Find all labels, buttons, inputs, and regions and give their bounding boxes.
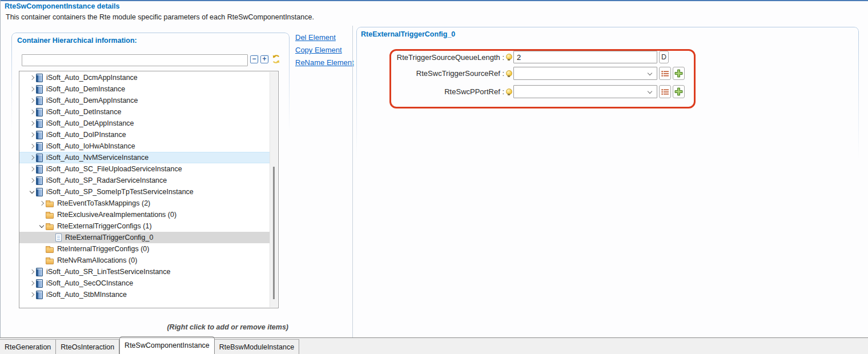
tree-item[interactable]: iSoft_Auto_DcmAppInstance <box>19 72 270 83</box>
container-group-title: Container Hierarchical information: <box>17 37 137 45</box>
element-action-links: Del ElementCopy ElementReName Element <box>295 33 354 67</box>
tree-item[interactable]: iSoft_Auto_SC_FileUploadServiceInstance <box>19 163 270 175</box>
chevron-right-icon[interactable] <box>28 72 36 83</box>
tree-item[interactable]: iSoft_Auto_DemAppInstance <box>19 95 270 106</box>
tree-item-label: iSoft_Auto_DetInstance <box>46 108 121 116</box>
folder-icon <box>46 213 54 219</box>
default-value-button[interactable]: D <box>659 51 669 63</box>
bulb-icon <box>506 53 512 61</box>
panel-divider <box>352 26 353 337</box>
right-click-hint: (Right click to add or remove items) <box>167 323 288 331</box>
component-icon <box>36 96 43 105</box>
list-icon <box>661 70 669 77</box>
expand-all-icon[interactable]: + <box>260 55 268 63</box>
chevron-down-icon[interactable] <box>38 220 46 232</box>
component-icon <box>36 154 43 162</box>
tree-item[interactable]: RteExclusiveAreaImplementations (0) <box>19 209 270 220</box>
chevron-right-icon[interactable] <box>28 266 36 277</box>
add-button[interactable] <box>673 67 685 80</box>
tree-item[interactable]: RteInternalTriggerConfigs (0) <box>19 243 270 255</box>
tree-scrollbar[interactable] <box>270 72 278 307</box>
tab-rteswcomponentinstance[interactable]: RteSwComponentInstance <box>119 336 215 354</box>
chevron-right-icon[interactable] <box>28 140 36 152</box>
collapse-all-icon[interactable]: − <box>250 55 258 63</box>
del-element-link[interactable]: Del Element <box>295 33 354 42</box>
chevron-placeholder <box>38 243 46 255</box>
field-label: RteSwcTriggerSourceRef : <box>394 69 504 78</box>
tree-item[interactable]: iSoft_Auto_NvMServiceInstance <box>19 152 270 163</box>
rteswctriggersourceref-row: RteSwcTriggerSourceRef : <box>394 67 685 80</box>
chevron-right-icon[interactable] <box>28 118 36 129</box>
tree-item-label: RteEventToTaskMappings (2) <box>57 199 150 207</box>
tree-item[interactable]: iSoft_Auto_DetInstance <box>19 106 270 118</box>
field-label: RteTriggerSourceQueueLength : <box>394 53 504 62</box>
tree: iSoft_Auto_DcmAppInstanceiSoft_Auto_DemI… <box>19 72 270 300</box>
chevron-right-icon[interactable] <box>28 95 36 106</box>
tree-item-label: iSoft_Auto_DcmAppInstance <box>46 74 138 82</box>
tree-item-label: RteExternalTriggerConfigs (1) <box>57 222 152 230</box>
chevron-right-icon[interactable] <box>28 152 36 163</box>
filter-input[interactable] <box>22 54 248 66</box>
tree-item-label: iSoft_Auto_DemInstance <box>46 85 125 93</box>
component-icon <box>36 165 43 174</box>
chevron-down-icon[interactable] <box>28 186 36 198</box>
tree-item-label: iSoft_Auto_StbMInstance <box>46 291 127 299</box>
tree-item[interactable]: RteExternalTriggerConfigs (1) <box>19 220 270 232</box>
rteswcpportref-dropdown[interactable] <box>513 85 657 98</box>
tree-item-label: RteInternalTriggerConfigs (0) <box>57 245 149 253</box>
tree-item-label: RteNvRamAllocations (0) <box>57 256 137 264</box>
tree-item-label: iSoft_Auto_SP_SomeIpTpTestServiceInstanc… <box>46 188 194 196</box>
chevron-down-icon <box>648 89 652 94</box>
tree-item[interactable]: RteEventToTaskMappings (2) <box>19 198 270 209</box>
component-icon <box>36 119 43 128</box>
rename-element-link[interactable]: ReName Element <box>295 58 354 67</box>
component-icon <box>36 279 43 288</box>
field-label: RteSwcPPortRef : <box>394 87 504 96</box>
add-button[interactable] <box>673 85 685 98</box>
chevron-right-icon[interactable] <box>28 106 36 118</box>
component-icon <box>36 85 43 94</box>
tree-item[interactable]: RteNvRamAllocations (0) <box>19 255 270 266</box>
chevron-right-icon[interactable] <box>28 163 36 175</box>
tree-item[interactable]: RteExternalTriggerConfig_0 <box>19 232 270 243</box>
tab-rteosinteraction[interactable]: RteOsInteraction <box>56 339 119 354</box>
folder-icon <box>46 247 54 253</box>
chevron-right-icon[interactable] <box>28 83 36 95</box>
rtetriggersourcequeuelength-input[interactable] <box>513 51 657 63</box>
page-description: This container containers the Rte module… <box>6 13 314 21</box>
component-icon <box>36 131 43 139</box>
bulb-icon <box>506 70 512 78</box>
chevron-right-icon[interactable] <box>28 277 36 289</box>
detail-panel-title: RteExternalTriggerConfig_0 <box>361 30 455 38</box>
scrollbar-thumb[interactable] <box>273 167 275 299</box>
tree-item[interactable]: iSoft_Auto_IoHwAbInstance <box>19 140 270 152</box>
list-button[interactable] <box>659 67 671 80</box>
page-title: RteSwComponentInstance details <box>5 2 119 10</box>
tree-item[interactable]: iSoft_Auto_DoIPInstance <box>19 129 270 140</box>
refresh-icon[interactable] <box>271 54 281 64</box>
tree-item[interactable]: iSoft_Auto_SecOCInstance <box>19 277 270 289</box>
component-icon <box>36 142 43 151</box>
chevron-right-icon[interactable] <box>28 175 36 186</box>
tree-item[interactable]: iSoft_Auto_DemInstance <box>19 83 270 95</box>
tab-rtebswmoduleinstance[interactable]: RteBswModuleInstance <box>215 339 299 354</box>
chevron-placeholder <box>47 232 55 243</box>
top-accent-line <box>0 0 868 1</box>
chevron-right-icon[interactable] <box>28 129 36 140</box>
copy-element-link[interactable]: Copy Element <box>295 46 354 54</box>
tree-item[interactable]: iSoft_Auto_DetAppInstance <box>19 118 270 129</box>
tree-item[interactable]: iSoft_Auto_SP_RadarServiceInstance <box>19 175 270 186</box>
list-button[interactable] <box>659 85 671 98</box>
tree-item[interactable]: iSoft_Auto_StbMInstance <box>19 289 270 300</box>
tab-rtegeneration[interactable]: RteGeneration <box>0 339 56 354</box>
chevron-right-icon[interactable] <box>38 198 46 209</box>
rteswctriggersourceref-dropdown[interactable] <box>513 67 657 80</box>
tree-item[interactable]: iSoft_Auto_SR_LinTestServiceInstance <box>19 266 270 277</box>
document-icon <box>55 234 62 242</box>
bulb-icon <box>506 88 512 96</box>
tree-item[interactable]: iSoft_Auto_SP_SomeIpTpTestServiceInstanc… <box>19 186 270 198</box>
tabbar-top-border <box>0 337 868 338</box>
tree-item-label: iSoft_Auto_DemAppInstance <box>46 96 138 104</box>
rte-configuration-page: RteSwComponentInstance details This cont… <box>0 0 868 354</box>
chevron-right-icon[interactable] <box>28 289 36 300</box>
